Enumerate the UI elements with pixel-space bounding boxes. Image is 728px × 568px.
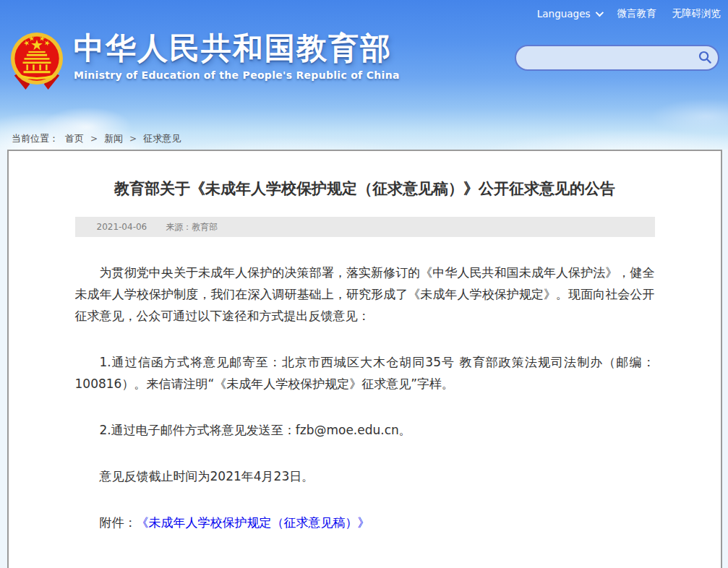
chevron-down-icon xyxy=(595,9,603,17)
search-input[interactable] xyxy=(516,46,692,69)
breadcrumb-home[interactable]: 首页 xyxy=(65,132,84,145)
search-bar xyxy=(515,45,719,71)
article-paragraph: 2.通过电子邮件方式将意见发送至：fzb@moe.edu.cn。 xyxy=(75,419,655,441)
languages-menu[interactable]: Languages xyxy=(537,8,601,20)
breadcrumb-separator: > xyxy=(90,134,98,144)
brand-text: 中华人民共和国教育部 Ministry of Education of the … xyxy=(74,30,400,81)
search-button[interactable] xyxy=(692,46,718,69)
breadcrumb-separator: > xyxy=(129,134,137,144)
national-emblem-icon xyxy=(10,30,64,94)
attachment-row: 附件：《未成年人学校保护规定（征求意见稿）》 xyxy=(75,512,655,533)
utility-nav: Languages 微言教育 无障碍浏览 xyxy=(537,7,721,20)
attachment-link[interactable]: 《未成年人学校保护规定（征求意见稿）》 xyxy=(137,515,370,530)
languages-label: Languages xyxy=(537,8,591,20)
attachment-label: 附件： xyxy=(100,515,137,530)
breadcrumb: 当前位置： 首页 > 新闻 > 征求意见 xyxy=(12,132,181,145)
site-brand: 中华人民共和国教育部 Ministry of Education of the … xyxy=(10,30,400,94)
search-icon xyxy=(698,50,712,66)
article-paragraph: 为贯彻党中央关于未成年人保护的决策部署，落实新修订的《中华人民共和国未成年人保护… xyxy=(75,262,655,327)
site-subtitle: Ministry of Education of the People's Re… xyxy=(74,69,400,81)
article-meta-bar: 2021-04-06 来源：教育部 xyxy=(75,217,655,237)
wechat-education-link[interactable]: 微言教育 xyxy=(617,7,656,20)
breadcrumb-solicit-opinions[interactable]: 征求意见 xyxy=(143,132,181,145)
accessibility-link[interactable]: 无障碍浏览 xyxy=(672,7,721,20)
article-paragraph: 1.通过信函方式将意见邮寄至：北京市西城区大木仓胡同35号 教育部政策法规司法制… xyxy=(75,351,655,395)
site-title: 中华人民共和国教育部 xyxy=(74,32,400,65)
article-date: 2021-04-06 xyxy=(97,217,147,237)
article-body: 为贯彻党中央关于未成年人保护的决策部署，落实新修订的《中华人民共和国未成年人保护… xyxy=(75,262,655,533)
breadcrumb-prefix: 当前位置： xyxy=(12,132,59,145)
site-header: Languages 微言教育 无障碍浏览 xyxy=(0,0,728,150)
article-source: 来源：教育部 xyxy=(166,217,218,237)
article-panel: 教育部关于《未成年人学校保护规定（征求意见稿）》公开征求意见的公告 2021-0… xyxy=(7,150,722,568)
article-title: 教育部关于《未成年人学校保护规定（征求意见稿）》公开征求意见的公告 xyxy=(75,178,655,199)
breadcrumb-news[interactable]: 新闻 xyxy=(104,132,123,145)
article-paragraph: 意见反馈截止时间为2021年4月23日。 xyxy=(75,465,655,487)
